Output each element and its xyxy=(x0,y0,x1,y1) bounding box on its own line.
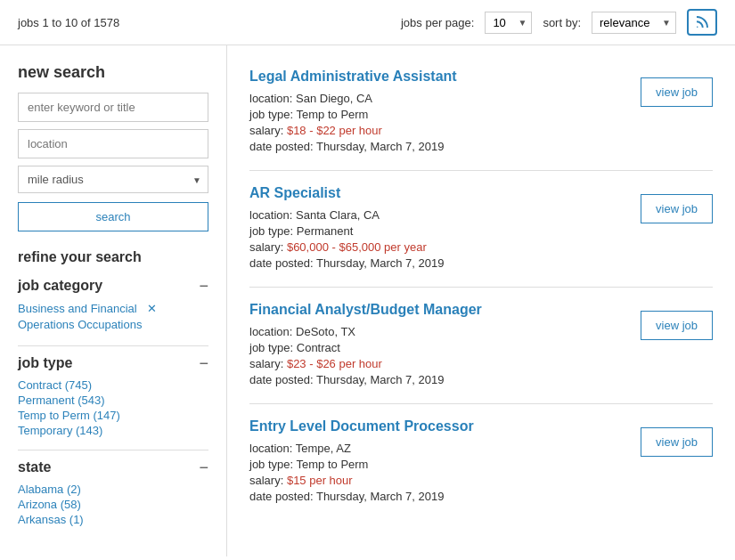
state-arizona[interactable]: Arizona (58) xyxy=(18,498,208,511)
date-value-0: Thursday, March 7, 2019 xyxy=(316,140,445,153)
active-filter-text: Business and Financial Operations Occupa… xyxy=(18,301,142,333)
job-info-3: Entry Level Document Processor location:… xyxy=(249,418,623,506)
location-label-0: location: xyxy=(249,92,296,105)
job-info-1: AR Specialist location: Santa Clara, CA … xyxy=(249,185,623,272)
salary-label-2: salary: xyxy=(249,357,287,370)
sort-by-wrapper: relevance date salary ▼ xyxy=(592,12,676,34)
sort-by-label: sort by: xyxy=(543,16,581,29)
job-info-0: Legal Administrative Assistant location:… xyxy=(249,69,623,156)
job-type-header: job type − xyxy=(18,355,208,371)
job-type-value-2: Contract xyxy=(297,341,340,354)
job-date-2: date posted: Thursday, March 7, 2019 xyxy=(249,373,623,386)
date-value-2: Thursday, March 7, 2019 xyxy=(316,373,445,386)
job-type-value-3: Temp to Perm xyxy=(297,458,369,471)
view-job-button-2[interactable]: view job xyxy=(641,311,713,340)
view-job-button-3[interactable]: view job xyxy=(641,427,713,457)
main-layout: new search mile radius 10 miles 25 miles… xyxy=(0,45,735,556)
date-label-0: date posted: xyxy=(249,140,316,153)
location-label-2: location: xyxy=(249,325,296,338)
divider-1 xyxy=(18,345,208,346)
date-label-2: date posted: xyxy=(249,373,316,386)
job-type-temporary[interactable]: Temporary (143) xyxy=(18,424,208,437)
divider-2 xyxy=(18,450,208,450)
view-job-button-0[interactable]: view job xyxy=(641,77,713,107)
job-category-title: job category xyxy=(18,278,102,294)
rss-button[interactable] xyxy=(687,9,717,36)
jobs-per-page-select[interactable]: 10 25 50 xyxy=(485,12,532,34)
job-category-collapse-button[interactable]: − xyxy=(199,278,208,294)
job-card-0: Legal Administrative Assistant location:… xyxy=(249,54,713,171)
job-title-3[interactable]: Entry Level Document Processor xyxy=(249,418,623,434)
svg-point-0 xyxy=(697,27,698,28)
job-type-row-2: job type: Contract xyxy=(249,341,623,354)
job-date-3: date posted: Thursday, March 7, 2019 xyxy=(249,490,623,503)
job-card-inner-3: Entry Level Document Processor location:… xyxy=(249,418,713,506)
job-location-3: location: Tempe, AZ xyxy=(249,442,623,455)
date-value-1: Thursday, March 7, 2019 xyxy=(316,256,445,270)
filter-line2: Operations Occupations xyxy=(18,318,142,331)
sort-by-select[interactable]: relevance date salary xyxy=(592,12,676,34)
location-label-3: location: xyxy=(249,442,296,455)
job-type-label-3: job type: xyxy=(249,458,297,471)
active-category-filter: Business and Financial Operations Occupa… xyxy=(18,301,208,333)
location-value-0: San Diego, CA xyxy=(296,92,372,105)
job-card-1: AR Specialist location: Santa Clara, CA … xyxy=(249,171,713,288)
job-location-0: location: San Diego, CA xyxy=(249,92,623,105)
top-bar: jobs 1 to 10 of 1578 jobs per page: 10 2… xyxy=(0,0,735,45)
job-type-value-1: Permanent xyxy=(297,224,354,238)
state-header: state − xyxy=(18,459,208,475)
keyword-input[interactable] xyxy=(18,93,208,122)
salary-label-3: salary: xyxy=(249,474,287,487)
job-title-2[interactable]: Financial Analyst/Budget Manager xyxy=(249,302,623,318)
refine-search-title: refine your search xyxy=(18,249,208,265)
jobs-per-page-wrapper: 10 25 50 ▼ xyxy=(485,12,532,34)
state-arkansas[interactable]: Arkansas (1) xyxy=(18,513,208,526)
job-salary-0: salary: $18 - $22 per hour xyxy=(249,124,623,137)
search-button[interactable]: search xyxy=(18,202,208,231)
date-label-1: date posted: xyxy=(249,256,316,270)
location-value-1: Santa Clara, CA xyxy=(296,208,380,222)
job-location-1: location: Santa Clara, CA xyxy=(249,208,623,222)
jobs-per-page-label: jobs per page: xyxy=(401,16,474,29)
job-type-row-3: job type: Temp to Perm xyxy=(249,458,623,471)
remove-filter-button[interactable]: ✕ xyxy=(147,302,157,315)
job-type-title: job type xyxy=(18,355,72,371)
job-card-inner-0: Legal Administrative Assistant location:… xyxy=(249,69,713,156)
location-value-2: DeSoto, TX xyxy=(296,325,355,338)
job-date-0: date posted: Thursday, March 7, 2019 xyxy=(249,140,623,153)
job-type-collapse-button[interactable]: − xyxy=(199,355,208,371)
job-card-inner-1: AR Specialist location: Santa Clara, CA … xyxy=(249,185,713,272)
mile-radius-select[interactable]: mile radius 10 miles 25 miles 50 miles xyxy=(18,166,208,193)
job-type-temp-to-perm[interactable]: Temp to Perm (147) xyxy=(18,409,208,422)
job-salary-3: salary: $15 per hour xyxy=(249,474,623,487)
new-search-title: new search xyxy=(18,63,208,82)
job-title-0[interactable]: Legal Administrative Assistant xyxy=(249,69,623,85)
job-info-2: Financial Analyst/Budget Manager locatio… xyxy=(249,302,623,389)
job-category-filter: job category − Business and Financial Op… xyxy=(18,278,208,333)
job-type-contract[interactable]: Contract (745) xyxy=(18,378,208,392)
job-type-filter: job type − Contract (745) Permanent (543… xyxy=(18,355,208,437)
job-card-inner-2: Financial Analyst/Budget Manager locatio… xyxy=(249,302,713,389)
job-date-1: date posted: Thursday, March 7, 2019 xyxy=(249,256,623,270)
location-input[interactable] xyxy=(18,129,208,158)
state-alabama[interactable]: Alabama (2) xyxy=(18,483,208,496)
date-value-3: Thursday, March 7, 2019 xyxy=(316,490,445,503)
job-location-2: location: DeSoto, TX xyxy=(249,325,623,338)
salary-value-0: $18 - $22 per hour xyxy=(287,124,382,137)
job-title-1[interactable]: AR Specialist xyxy=(249,185,623,201)
date-label-3: date posted: xyxy=(249,490,316,503)
salary-value-1: $60,000 - $65,000 per year xyxy=(287,240,427,254)
job-type-permanent[interactable]: Permanent (543) xyxy=(18,394,208,407)
state-collapse-button[interactable]: − xyxy=(199,459,208,475)
job-salary-2: salary: $23 - $26 per hour xyxy=(249,357,623,370)
job-salary-1: salary: $60,000 - $65,000 per year xyxy=(249,240,623,254)
job-type-label-2: job type: xyxy=(249,341,297,354)
state-filter: state − Alabama (2) Arizona (58) Arkansa… xyxy=(18,459,208,526)
top-bar-controls: jobs per page: 10 25 50 ▼ sort by: relev… xyxy=(401,9,717,36)
state-title: state xyxy=(18,459,51,475)
mile-radius-wrapper: mile radius 10 miles 25 miles 50 miles ▼ xyxy=(18,166,208,193)
location-value-3: Tempe, AZ xyxy=(296,442,351,455)
view-job-button-1[interactable]: view job xyxy=(641,194,713,223)
job-listings: Legal Administrative Assistant location:… xyxy=(227,45,735,556)
salary-value-3: $15 per hour xyxy=(287,474,353,487)
